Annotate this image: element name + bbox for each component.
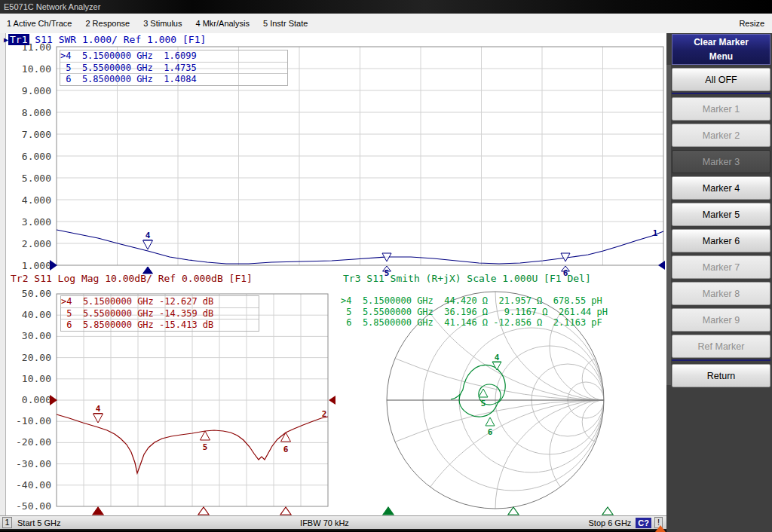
smith-reactance-arc bbox=[387, 33, 666, 400]
marker-readout-row: 5 5.5500000 GHz -14.359 dB bbox=[61, 308, 259, 320]
softkey-marker-8: Marker 8 bbox=[672, 282, 770, 305]
y-axis-label: 0.000 bbox=[22, 394, 51, 405]
tr2-tag: Tr2 bbox=[11, 273, 28, 284]
y-axis-label: 20.00 bbox=[22, 352, 51, 363]
marker-triangle-icon bbox=[486, 417, 495, 426]
channel-number-box: 1 bbox=[2, 517, 12, 528]
tr1-header[interactable]: ▶Tr1 S11 SWR 1.000/ Ref 1.000 [F1] bbox=[4, 34, 206, 46]
window-title: E5071C Network Analyzer bbox=[4, 2, 100, 11]
marker-number-label: 6 bbox=[283, 445, 289, 454]
stimulus-marker-icon bbox=[602, 507, 613, 515]
y-axis-label: 9.000 bbox=[22, 85, 51, 96]
marker-number-label: 6 bbox=[488, 427, 493, 437]
tr2-ref-arrow-right-icon bbox=[329, 396, 335, 405]
tr1-marker-readout: >4 5.1500000 GHz 1.6099 5 5.5500000 GHz … bbox=[60, 50, 288, 86]
marker-triangle-icon bbox=[281, 433, 291, 442]
tr3-tag: Tr3 bbox=[343, 273, 360, 284]
marker-triangle-icon bbox=[492, 362, 501, 370]
menu-item[interactable]: 4 Mkr/Analysis bbox=[188, 14, 256, 33]
tr2-y-axis-labels: 50.0040.0030.0020.0010.000.000-10.00-20.… bbox=[16, 288, 51, 512]
softkey-marker-4[interactable]: Marker 4 bbox=[672, 176, 770, 200]
y-axis-label: 10.00 bbox=[22, 373, 51, 384]
correction-badge: C? bbox=[636, 518, 651, 528]
marker-readout-row: >4 5.1500000 GHz 44.420 Ω 21.957 Ω 678.5… bbox=[341, 295, 666, 307]
softkey-menu-title-line1: Clear Marker bbox=[672, 35, 770, 50]
title-bar: E5071C Network Analyzer bbox=[0, 0, 772, 14]
softkey-marker-6[interactable]: Marker 6 bbox=[672, 229, 770, 252]
status-bar: 1 Start 5 GHz IFBW 70 kHz Stop 6 GHz C? … bbox=[0, 515, 666, 530]
menu-bar-items: 1 Active Ch/Trace2 Response3 Stimulus4 M… bbox=[0, 14, 314, 33]
softkey-menu-title-line2: Menu bbox=[672, 50, 770, 64]
y-axis-label: 40.00 bbox=[22, 309, 51, 320]
marker-number-label: 4 bbox=[495, 353, 500, 362]
marker-number-label: 2 bbox=[322, 409, 327, 419]
app-window: E5071C Network Analyzer 1 Active Ch/Trac… bbox=[0, 0, 772, 532]
marker-readout-row: >4 5.1500000 GHz -12.627 dB bbox=[61, 296, 259, 308]
softkey-marker-1: Marker 1 bbox=[672, 97, 770, 121]
smith-reactance-arc bbox=[550, 400, 658, 509]
y-axis-label: 10.00 bbox=[22, 63, 51, 75]
tr3-smith-trace bbox=[451, 365, 505, 417]
marker-readout-row: 6 5.8500000 GHz 1.4084 bbox=[60, 74, 287, 85]
smith-reactance-arc bbox=[495, 183, 666, 400]
resize-button[interactable]: Resize bbox=[731, 19, 772, 28]
marker-number-label: 5 bbox=[203, 442, 208, 452]
marker-number-label: 4 bbox=[146, 231, 151, 240]
tr3-marker-readout: >4 5.1500000 GHz 44.420 Ω 21.957 Ω 678.5… bbox=[341, 295, 666, 329]
y-axis-label: 2.000 bbox=[22, 238, 51, 249]
tr1-y-axis-labels: 11.0010.009.0008.0007.0006.0005.0004.000… bbox=[22, 41, 51, 271]
menu-item[interactable]: 3 Stimulus bbox=[136, 14, 188, 33]
start-frequency: Start 5 GHz bbox=[17, 518, 60, 527]
softkey-marker-9: Marker 9 bbox=[672, 308, 770, 332]
softkey-marker-7: Marker 7 bbox=[672, 255, 770, 279]
softkey-return[interactable]: Return bbox=[672, 364, 770, 387]
y-axis-label: 5.000 bbox=[22, 173, 51, 184]
marker-number-label: 1 bbox=[653, 228, 658, 238]
menu-bar: 1 Active Ch/Trace2 Response3 Stimulus4 M… bbox=[0, 14, 772, 34]
stimulus-marker-icon bbox=[508, 507, 519, 515]
softkey-marker-5[interactable]: Marker 5 bbox=[672, 203, 770, 226]
softkey-marker-3[interactable]: Marker 3 bbox=[672, 150, 770, 173]
softkey-scroll-track bbox=[666, 65, 671, 385]
marker-number-label: 4 bbox=[96, 404, 101, 414]
softkey-all-off[interactable]: All OFF bbox=[672, 68, 770, 91]
softkey-separator bbox=[672, 359, 770, 361]
sweep-position-icon bbox=[655, 525, 666, 532]
marker-readout-row: 6 5.8500000 GHz -15.413 dB bbox=[61, 320, 259, 331]
softkey-ref-marker: Ref Marker bbox=[672, 335, 770, 358]
tr2-header[interactable]: Tr2 S11 Log Mag 10.00dB/ Ref 0.000dB [F1… bbox=[11, 273, 253, 285]
y-axis-label: -20.00 bbox=[16, 436, 51, 448]
softkey-separator bbox=[672, 93, 770, 94]
marker-triangle-icon bbox=[201, 431, 210, 440]
tr2-descriptor: S11 Log Mag 10.00dB/ Ref 0.000dB [F1] bbox=[28, 273, 252, 284]
stimulus-marker-icon bbox=[198, 507, 209, 515]
softkey-menu-title: Clear Marker Menu bbox=[672, 34, 770, 65]
y-axis-label: 7.000 bbox=[22, 129, 51, 140]
marker-number-label: 5 bbox=[481, 399, 486, 408]
y-axis-label: -30.00 bbox=[16, 458, 51, 469]
menu-item[interactable]: 2 Response bbox=[78, 14, 136, 33]
marker-readout-row: 6 5.8500000 GHz 41.146 Ω -12.856 Ω 2.116… bbox=[341, 317, 666, 329]
y-axis-label: 6.000 bbox=[22, 151, 51, 162]
sidebar-buttons: All OFFMarker 1Marker 2Marker 3Marker 4M… bbox=[672, 68, 770, 390]
ifbw-value: IFBW 70 kHz bbox=[300, 518, 349, 527]
menu-item[interactable]: 5 Instr State bbox=[256, 14, 314, 33]
smith-reactance-arc bbox=[387, 400, 666, 515]
tr3-header[interactable]: Tr3 S11 Smith (R+jX) Scale 1.000U [F1 De… bbox=[343, 273, 591, 285]
stimulus-marker-icon bbox=[383, 507, 394, 515]
y-axis-label: 1.000 bbox=[22, 260, 51, 271]
stimulus-marker-icon bbox=[280, 507, 291, 515]
marker-triangle-icon bbox=[479, 389, 488, 397]
y-axis-label: 4.000 bbox=[22, 194, 51, 206]
menu-item[interactable]: 1 Active Ch/Trace bbox=[0, 14, 78, 33]
marker-readout-row: 5 5.5500000 GHz 36.196 Ω 9.1167 Ω 261.44… bbox=[341, 307, 666, 318]
y-axis-label: -40.00 bbox=[16, 479, 51, 491]
stimulus-marker-row bbox=[93, 507, 613, 515]
softkey-marker-2: Marker 2 bbox=[672, 124, 770, 147]
marker-triangle-icon bbox=[143, 240, 153, 249]
y-axis-label: 30.00 bbox=[22, 330, 51, 341]
y-axis-label: 50.00 bbox=[22, 288, 51, 299]
y-axis-label: 3.000 bbox=[22, 216, 51, 228]
y-axis-label: -50.00 bbox=[16, 500, 51, 512]
y-axis-label: -10.00 bbox=[16, 415, 51, 427]
